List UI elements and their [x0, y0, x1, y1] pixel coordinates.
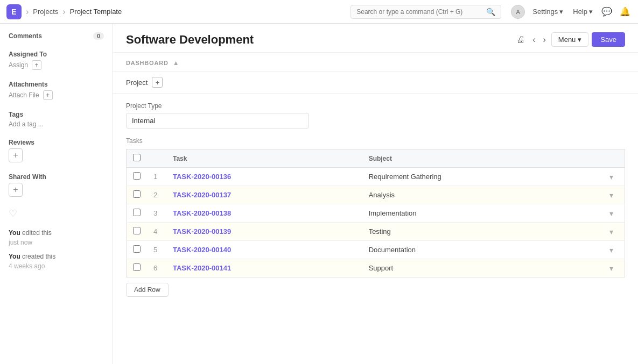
- sidebar-shared-with: Shared With +: [9, 173, 104, 197]
- row-subject: Testing: [362, 223, 598, 241]
- project-type-input[interactable]: [126, 113, 309, 129]
- page-header: Software Development 🖨 ‹ › Menu ▾ Save: [113, 24, 638, 53]
- sidebar-reviews: Reviews +: [9, 139, 104, 162]
- add-review-button[interactable]: +: [9, 148, 23, 162]
- form-area: Project Type: [113, 94, 638, 129]
- tasks-section: Tasks Task Subject 1: [113, 129, 638, 302]
- row-checkbox[interactable]: [133, 172, 141, 180]
- reviews-label: Reviews: [9, 139, 104, 146]
- row-checkbox[interactable]: [133, 190, 141, 198]
- table-row: 3 TASK-2020-00138 Implementation ▾: [127, 204, 625, 223]
- th-actions: [598, 149, 625, 168]
- chat-icon[interactable]: 💬: [600, 5, 613, 18]
- row-checkbox-cell: [127, 223, 148, 241]
- row-num: 5: [147, 241, 166, 259]
- menu-button[interactable]: Menu ▾: [551, 32, 589, 47]
- help-button[interactable]: Help ▾: [571, 6, 595, 17]
- search-bar[interactable]: 🔍: [350, 5, 501, 19]
- row-subject: Implementation: [362, 204, 598, 223]
- avatar: A: [511, 5, 525, 19]
- row-task-id[interactable]: TASK-2020-00140: [166, 241, 362, 259]
- chevron-down-icon-help: ▾: [589, 8, 593, 16]
- row-dropdown-button[interactable]: ▾: [609, 264, 613, 273]
- row-dropdown-button[interactable]: ▾: [609, 246, 613, 254]
- row-task-id[interactable]: TASK-2020-00137: [166, 186, 362, 204]
- add-shared-button[interactable]: +: [9, 183, 23, 197]
- add-row-button[interactable]: Add Row: [126, 283, 169, 297]
- row-dropdown-button[interactable]: ▾: [609, 173, 613, 181]
- row-dropdown-button[interactable]: ▾: [609, 191, 613, 199]
- row-task-id[interactable]: TASK-2020-00138: [166, 204, 362, 223]
- search-input[interactable]: [356, 8, 484, 16]
- sidebar-assigned-to: Assigned To Assign +: [9, 51, 104, 70]
- project-type-label: Project Type: [126, 102, 625, 110]
- comments-count: 0: [93, 32, 104, 40]
- next-icon[interactable]: ›: [541, 33, 548, 47]
- row-checkbox-cell: [127, 186, 148, 204]
- row-subject: Support: [362, 259, 598, 277]
- prev-icon[interactable]: ‹: [530, 33, 537, 47]
- row-checkbox[interactable]: [133, 245, 141, 253]
- project-row: Project +: [126, 77, 625, 88]
- row-checkbox[interactable]: [133, 263, 141, 271]
- assign-plus-icon[interactable]: +: [32, 60, 41, 70]
- row-dropdown-cell: ▾: [598, 259, 625, 277]
- row-subject: Documentation: [362, 241, 598, 259]
- row-dropdown-cell: ▾: [598, 223, 625, 241]
- add-tag-action[interactable]: Add a tag ...: [9, 120, 104, 128]
- row-checkbox-cell: [127, 241, 148, 259]
- table-header-row: Task Subject: [127, 149, 625, 168]
- sidebar-comments: Comments 0: [9, 32, 104, 40]
- sidebar-tags: Tags Add a tag ...: [9, 111, 104, 128]
- favorite-icon[interactable]: ♡: [9, 208, 104, 219]
- bell-icon[interactable]: 🔔: [619, 5, 632, 18]
- row-checkbox[interactable]: [133, 209, 141, 216]
- top-navigation: E › Projects › Project Template 🔍 A Sett…: [0, 0, 638, 24]
- nav-projects[interactable]: Projects: [33, 8, 58, 16]
- table-row: 1 TASK-2020-00136 Requirement Gathering …: [127, 168, 625, 186]
- print-icon[interactable]: 🖨: [514, 33, 527, 47]
- row-dropdown-cell: ▾: [598, 186, 625, 204]
- row-num: 6: [147, 259, 166, 277]
- nav-current-page: Project Template: [70, 8, 122, 16]
- add-project-button[interactable]: +: [152, 77, 163, 88]
- row-num: 1: [147, 168, 166, 186]
- breadcrumb-sep-2: ›: [62, 7, 65, 17]
- row-checkbox[interactable]: [133, 227, 141, 234]
- dashboard-header: DASHBOARD ▲: [113, 53, 638, 72]
- assigned-to-label: Assigned To: [9, 51, 104, 58]
- activity-entry-1: You edited thisjust now: [9, 228, 104, 247]
- row-dropdown-cell: ▾: [598, 204, 625, 223]
- row-task-id[interactable]: TASK-2020-00139: [166, 223, 362, 241]
- sidebar-attachments: Attachments Attach File +: [9, 81, 104, 100]
- dashboard-collapse-button[interactable]: ▲: [173, 59, 179, 67]
- row-checkbox-cell: [127, 168, 148, 186]
- project-text: Project: [126, 78, 148, 87]
- tags-label: Tags: [9, 111, 104, 118]
- attach-plus-icon[interactable]: +: [43, 90, 53, 100]
- row-task-id[interactable]: TASK-2020-00141: [166, 259, 362, 277]
- save-button[interactable]: Save: [592, 32, 625, 47]
- row-task-id[interactable]: TASK-2020-00136: [166, 168, 362, 186]
- main-layout: Comments 0 Assigned To Assign + Attachme…: [0, 24, 638, 364]
- attachments-label: Attachments: [9, 81, 104, 88]
- app-icon: E: [6, 4, 22, 19]
- search-icon: 🔍: [486, 8, 495, 16]
- row-checkbox-cell: [127, 259, 148, 277]
- tasks-label: Tasks: [126, 137, 625, 145]
- row-dropdown-button[interactable]: ▾: [609, 209, 613, 218]
- sidebar: Comments 0 Assigned To Assign + Attachme…: [0, 24, 113, 364]
- table-row: 4 TASK-2020-00139 Testing ▾: [127, 223, 625, 241]
- row-num: 3: [147, 204, 166, 223]
- activity-log: You edited thisjust now You created this…: [9, 228, 104, 271]
- row-num: 2: [147, 186, 166, 204]
- settings-button[interactable]: Settings ▾: [530, 6, 565, 17]
- nav-right-actions: A Settings ▾ Help ▾ 💬 🔔: [511, 5, 632, 19]
- attach-file-action[interactable]: Attach File +: [9, 90, 104, 100]
- row-dropdown-button[interactable]: ▾: [609, 227, 613, 236]
- select-all-checkbox[interactable]: [133, 154, 141, 161]
- assign-action[interactable]: Assign +: [9, 60, 104, 70]
- page-title: Software Development: [126, 33, 254, 47]
- project-section: Project +: [113, 72, 638, 94]
- activity-entry-2: You created this4 weeks ago: [9, 252, 104, 271]
